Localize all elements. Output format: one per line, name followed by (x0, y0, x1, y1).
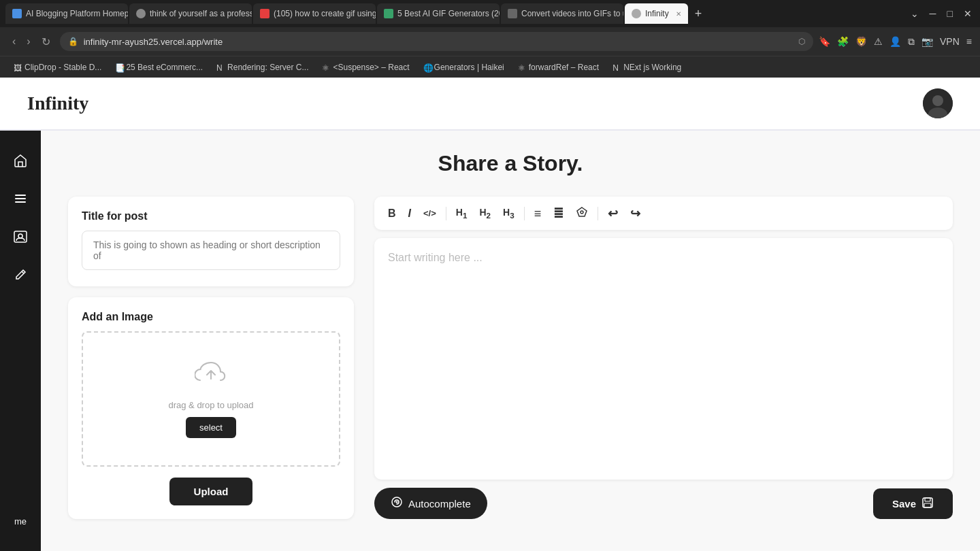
sidebar-me-label: me (14, 516, 27, 537)
bookmark-nextjs[interactable]: N NExt js Working (607, 61, 687, 74)
sidebar-item-contacts[interactable] (4, 220, 37, 253)
toolbar-separator-3 (598, 207, 598, 220)
numbered-list-button[interactable]: ≣ (549, 205, 568, 222)
bookmark-favicon: ⚛ (518, 63, 526, 71)
editor-actions: Autocomplete Save (374, 488, 953, 519)
drop-zone[interactable]: drag & drop to upload select (82, 331, 340, 467)
edit-icon (13, 267, 28, 282)
bookmark-label: Rendering: Server C... (227, 63, 308, 72)
contacts-icon (13, 229, 28, 244)
svg-point-11 (396, 501, 398, 503)
bookmark-haikei[interactable]: 🌐 Generators | Haikei (418, 61, 510, 74)
tab-gif-generators[interactable]: 5 Best AI GIF Generators (2023) (377, 3, 500, 24)
bookmark-suspense[interactable]: ⚛ <Suspense> – React (316, 61, 414, 74)
alert-icon[interactable]: ⚠ (874, 36, 883, 47)
tab-favicon (136, 9, 146, 18)
save-label: Save (892, 498, 916, 510)
select-button[interactable]: select (186, 417, 236, 438)
code-button[interactable]: </> (419, 206, 440, 220)
screenshot-icon[interactable]: 📷 (921, 36, 933, 47)
bookmark-label: NExt js Working (623, 63, 681, 72)
bullet-list-button[interactable]: ≡ (530, 205, 546, 222)
profile-icon[interactable]: 👤 (889, 36, 901, 47)
list-icon (13, 191, 28, 206)
two-column-layout: Title for post Add an Image (68, 197, 953, 519)
browser-chrome: AI Blogging Platform Homepage think of y… (0, 0, 980, 78)
h3-button[interactable]: H3 (499, 205, 519, 222)
tab-think[interactable]: think of yourself as a profession... (129, 3, 252, 24)
title-input[interactable] (82, 231, 340, 270)
undo-button[interactable]: ↩ (604, 205, 622, 222)
avatar[interactable] (923, 88, 953, 118)
bookmark-icon[interactable]: 🔖 (819, 36, 830, 47)
embed-button[interactable] (572, 203, 592, 223)
h1-button[interactable]: H1 (452, 205, 472, 222)
bookmark-rendering[interactable]: N Rendering: Server C... (211, 61, 314, 74)
tab-infinity[interactable]: Infinity ✕ (625, 3, 688, 24)
bookmark-ecommerce[interactable]: 📑 25 Best eCommerc... (110, 61, 208, 74)
tab-label: AI Blogging Platform Homepage (26, 9, 128, 18)
redo-button[interactable]: ↪ (626, 205, 644, 222)
right-panel: B I </> H1 H2 H3 ≡ ≣ (374, 197, 953, 519)
upload-button[interactable]: Upload (169, 478, 253, 505)
menu-icon[interactable]: ≡ (966, 36, 972, 47)
external-link-icon[interactable]: ⬡ (798, 37, 805, 46)
brave-shield-icon[interactable]: 🦁 (855, 36, 867, 47)
tab-label: (105) how to create gif using im... (274, 9, 376, 18)
toolbar-separator-1 (446, 207, 446, 220)
save-button[interactable]: Save (873, 488, 953, 519)
tab-ai-blogging[interactable]: AI Blogging Platform Homepage (5, 3, 128, 24)
bookmark-label: ClipDrop - Stable D... (24, 63, 101, 72)
minimize-icon[interactable]: ─ (927, 5, 939, 22)
extensions-icon[interactable]: 🧩 (837, 36, 849, 47)
editor-area[interactable]: Start writing here ... (374, 238, 953, 480)
bookmarks-bar: 🖼 ClipDrop - Stable D... 📑 25 Best eComm… (0, 56, 980, 78)
app-header: Infinity (0, 78, 980, 131)
bookmark-favicon: 🖼 (14, 63, 22, 71)
vpn-icon[interactable]: VPN (940, 36, 960, 47)
sidebar-item-edit[interactable] (4, 258, 37, 291)
back-button[interactable]: ‹ (8, 33, 20, 51)
bookmark-favicon: N (612, 63, 621, 71)
h2-button[interactable]: H2 (475, 205, 495, 222)
bookmark-favicon: ⚛ (322, 63, 330, 71)
address-bar-container[interactable]: 🔒 ⬡ (60, 32, 813, 51)
address-input[interactable] (84, 37, 793, 47)
reload-button[interactable]: ↻ (37, 33, 54, 51)
bookmark-label: forwardRef – React (529, 63, 599, 72)
autocomplete-label: Autocomplete (408, 498, 471, 510)
bookmark-forwardref[interactable]: ⚛ forwardRef – React (512, 61, 604, 74)
home-icon (13, 153, 28, 168)
app-logo: Infinity (27, 93, 88, 114)
tab-bar: AI Blogging Platform Homepage think of y… (0, 0, 980, 27)
new-tab-button[interactable]: + (689, 4, 708, 24)
tab-controls: ⌄ ─ □ ✕ (908, 5, 975, 22)
tab-close-icon[interactable]: ✕ (676, 10, 681, 18)
forward-button[interactable]: › (22, 33, 34, 51)
bookmark-label: Generators | Haikei (434, 63, 504, 72)
sidebar-item-home[interactable] (4, 144, 37, 177)
bookmark-label: <Suspense> – React (333, 63, 409, 72)
italic-button[interactable]: I (404, 205, 415, 222)
tab-list-icon[interactable]: ⌄ (908, 5, 921, 22)
tab-label-infinity: Infinity (645, 9, 669, 18)
tab-favicon (12, 9, 22, 18)
lock-icon: 🔒 (68, 37, 78, 46)
svg-rect-14 (924, 503, 931, 507)
sidebar-item-list[interactable] (4, 182, 37, 215)
tab-convert-gif[interactable]: Convert videos into GIFs to use ... (501, 3, 623, 24)
bookmark-favicon: 🌐 (423, 63, 431, 71)
restore-icon[interactable]: □ (945, 5, 956, 22)
bookmark-clipdrop[interactable]: 🖼 ClipDrop - Stable D... (8, 61, 107, 74)
autocomplete-button[interactable]: Autocomplete (374, 488, 487, 519)
image-card: Add an Image drag & drop to upload selec… (68, 297, 354, 519)
drop-text: drag & drop to upload (168, 400, 253, 410)
bold-button[interactable]: B (384, 205, 400, 222)
tab-favicon-infinity (632, 9, 641, 18)
svg-rect-5 (15, 201, 26, 203)
close-window-icon[interactable]: ✕ (961, 5, 975, 22)
main-layout: me Share a Story. Title for post Add an … (0, 131, 980, 551)
avatar-image (923, 88, 953, 118)
sidebar-toggle-icon[interactable]: ⧉ (908, 36, 915, 48)
tab-gif-create[interactable]: (105) how to create gif using im... (253, 3, 376, 24)
